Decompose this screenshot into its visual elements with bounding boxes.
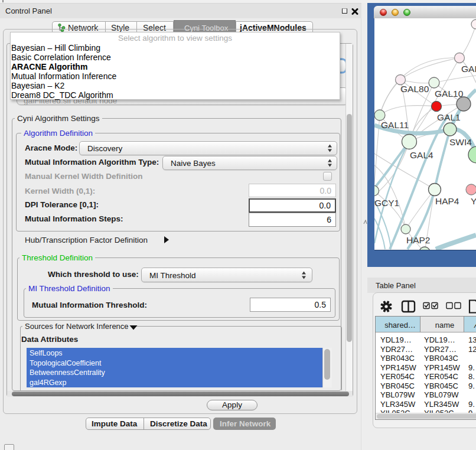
svg-text:GCY1: GCY1 (374, 198, 399, 208)
svg-text:YJ: YJ (471, 196, 476, 206)
svg-text:GAL1: GAL1 (437, 112, 461, 122)
svg-text:HAP4: HAP4 (435, 196, 459, 206)
svg-text:HAP2: HAP2 (406, 235, 431, 245)
svg-text:GAL10: GAL10 (435, 89, 464, 99)
svg-text:GAL4: GAL4 (410, 150, 433, 160)
svg-text:GAL80: GAL80 (400, 84, 429, 94)
svg-text:GAL2: GAL2 (461, 64, 476, 74)
svg-text:SWI4: SWI4 (449, 137, 472, 147)
svg-text:GAL11: GAL11 (381, 120, 409, 130)
